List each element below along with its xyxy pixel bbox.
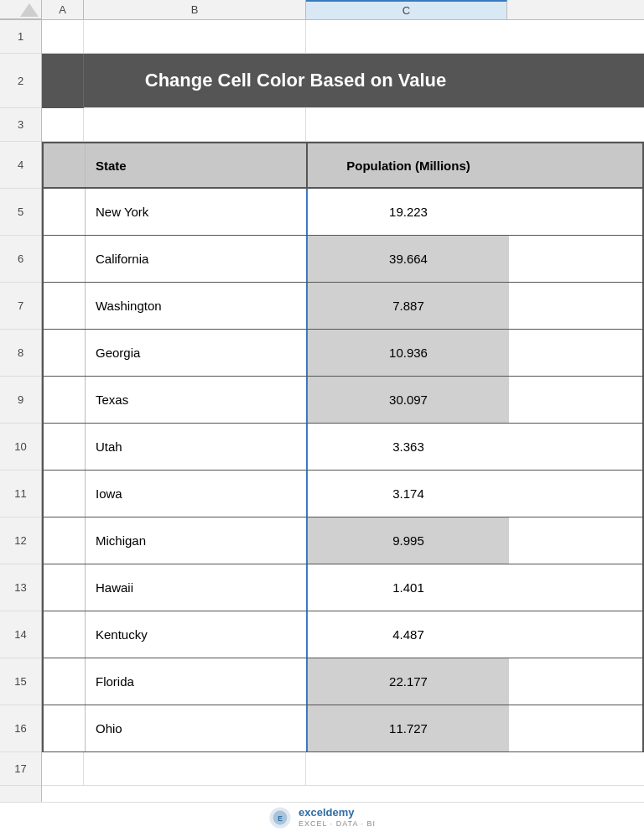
sheet-row-11: Iowa 3.174 — [42, 471, 644, 517]
cell-pop-5: 3.363 — [308, 424, 509, 470]
cell-pop-0: 19.223 — [308, 189, 509, 235]
svg-text:E: E — [278, 814, 283, 822]
col-header-a: A — [42, 0, 84, 19]
cell-pop-2: 7.887 — [308, 283, 509, 329]
row-num-3: 3 — [0, 108, 41, 142]
cell-6a — [44, 236, 86, 282]
col-header-b: B — [84, 0, 306, 19]
cell-state-4: Texas — [86, 377, 308, 423]
cell-3b — [84, 108, 306, 142]
cell-state-1: California — [86, 236, 308, 282]
cell-7a — [44, 283, 86, 329]
header-population: Population (Millions) — [308, 143, 509, 187]
sheet-row-1 — [42, 20, 644, 54]
cell-1a — [42, 20, 84, 54]
cell-state-11: Ohio — [86, 705, 308, 751]
cell-pop-6: 3.174 — [308, 471, 509, 517]
row-num-17: 17 — [0, 752, 41, 786]
cell-9a — [44, 377, 86, 423]
cell-state-0: New York — [86, 189, 308, 235]
spreadsheet: A B C 1234567891011121314151617 Change C… — [0, 0, 644, 832]
sheet-row-16: Ohio 11.727 — [42, 705, 644, 752]
cell-pop-3: 10.936 — [308, 330, 509, 376]
cell-14a — [44, 611, 86, 658]
cell-3a — [42, 108, 84, 142]
cell-16a — [44, 705, 86, 751]
cell-4a — [44, 143, 86, 187]
cell-state-5: Utah — [86, 424, 308, 470]
sheet-row-14: Kentucky 4.487 — [42, 611, 644, 658]
sheet-row-12: Michigan 9.995 — [42, 517, 644, 564]
column-headers: A B C — [0, 0, 644, 20]
cell-1b — [84, 20, 306, 54]
sheet-row-2: Change Cell Color Based on Value — [42, 54, 644, 108]
cell-pop-1: 39.664 — [308, 236, 509, 282]
cell-5a — [44, 189, 86, 235]
cell-11a — [44, 471, 86, 517]
grid-body: 1234567891011121314151617 Change Cell Co… — [0, 20, 644, 802]
cell-state-9: Kentucky — [86, 611, 308, 658]
sheet-row-3 — [42, 108, 644, 142]
watermark-name: exceldemy — [299, 806, 376, 819]
sheet-row-8: Georgia 10.936 — [42, 330, 644, 377]
cell-8a — [44, 330, 86, 376]
row-num-15: 15 — [0, 658, 41, 705]
cell-12a — [44, 517, 86, 564]
sheet-row-4: State Population (Millions) — [42, 142, 644, 189]
cell-state-2: Washington — [86, 283, 308, 329]
header-state: State — [86, 143, 308, 187]
cell-pop-8: 1.401 — [308, 564, 509, 611]
cell-1c — [306, 20, 507, 54]
row-num-9: 9 — [0, 377, 41, 424]
cell-state-7: Michigan — [86, 517, 308, 564]
row-num-4: 4 — [0, 142, 41, 189]
content-area: Change Cell Color Based on Value State P… — [42, 20, 644, 802]
cell-pop-11: 11.727 — [308, 705, 509, 751]
row-numbers: 1234567891011121314151617 — [0, 20, 42, 802]
row-num-10: 10 — [0, 424, 41, 471]
svg-marker-0 — [20, 3, 39, 17]
row-num-12: 12 — [0, 517, 41, 564]
cell-pop-7: 9.995 — [308, 517, 509, 564]
cell-state-3: Georgia — [86, 330, 308, 376]
corner-cell — [0, 0, 42, 19]
sheet-row-9: Texas 30.097 — [42, 377, 644, 424]
cell-17b — [84, 752, 306, 786]
cell-state-8: Hawaii — [86, 564, 308, 611]
sheet-row-13: Hawaii 1.401 — [42, 564, 644, 611]
row-num-7: 7 — [0, 283, 41, 330]
cell-13a — [44, 564, 86, 611]
row-num-2: 2 — [0, 54, 41, 108]
cell-2a — [42, 54, 84, 108]
col-header-c: C — [306, 0, 507, 19]
cell-10a — [44, 424, 86, 470]
sheet-row-5: New York 19.223 — [42, 189, 644, 236]
cell-17a — [42, 752, 84, 786]
title-cell: Change Cell Color Based on Value — [84, 54, 507, 107]
sheet-row-17 — [42, 752, 644, 786]
row-num-13: 13 — [0, 564, 41, 611]
cell-pop-4: 30.097 — [308, 377, 509, 423]
cell-state-6: Iowa — [86, 471, 308, 517]
row-num-1: 1 — [0, 20, 41, 54]
sheet-row-6: California 39.664 — [42, 236, 644, 283]
exceldemy-logo: E — [268, 806, 292, 829]
watermark-text: exceldemy EXCEL · DATA · BI — [299, 806, 376, 828]
sheet-row-7: Washington 7.887 — [42, 283, 644, 330]
cell-3c — [306, 108, 507, 142]
cell-pop-9: 4.487 — [308, 611, 509, 658]
row-num-6: 6 — [0, 236, 41, 283]
watermark-row: E exceldemy EXCEL · DATA · BI — [0, 802, 644, 832]
watermark-sub: EXCEL · DATA · BI — [299, 819, 376, 829]
sheet-row-15: Florida 22.177 — [42, 658, 644, 705]
sheet-row-10: Utah 3.363 — [42, 424, 644, 471]
row-num-16: 16 — [0, 705, 41, 752]
row-num-11: 11 — [0, 471, 41, 517]
cell-15a — [44, 658, 86, 705]
row-num-5: 5 — [0, 189, 41, 236]
cell-state-10: Florida — [86, 658, 308, 705]
cell-17c — [306, 752, 507, 786]
row-num-14: 14 — [0, 611, 41, 658]
cell-pop-10: 22.177 — [308, 658, 509, 705]
row-num-8: 8 — [0, 330, 41, 377]
